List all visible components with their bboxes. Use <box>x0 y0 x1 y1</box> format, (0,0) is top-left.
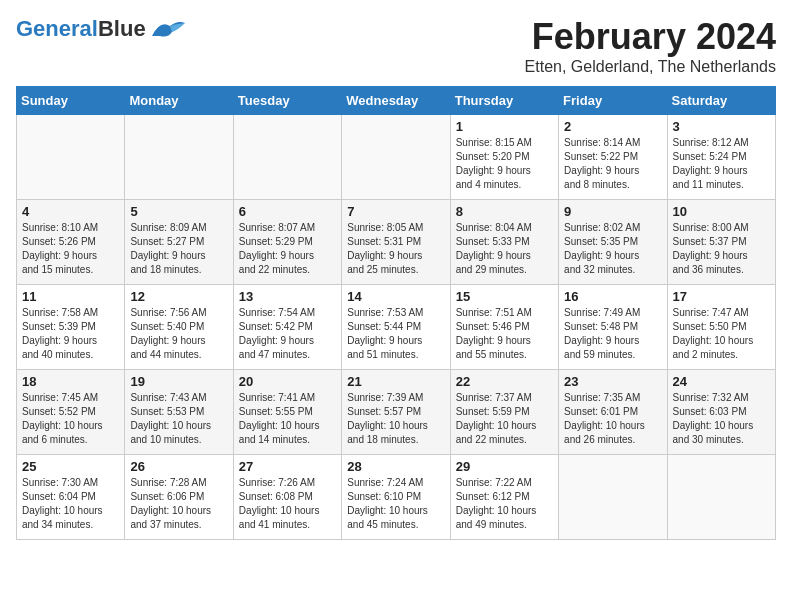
weekday-header: Monday <box>125 87 233 115</box>
day-number: 1 <box>456 119 553 134</box>
calendar-cell: 5Sunrise: 8:09 AM Sunset: 5:27 PM Daylig… <box>125 200 233 285</box>
day-info: Sunrise: 8:02 AM Sunset: 5:35 PM Dayligh… <box>564 221 661 277</box>
calendar-cell: 6Sunrise: 8:07 AM Sunset: 5:29 PM Daylig… <box>233 200 341 285</box>
calendar-cell: 9Sunrise: 8:02 AM Sunset: 5:35 PM Daylig… <box>559 200 667 285</box>
day-info: Sunrise: 7:32 AM Sunset: 6:03 PM Dayligh… <box>673 391 770 447</box>
day-info: Sunrise: 7:49 AM Sunset: 5:48 PM Dayligh… <box>564 306 661 362</box>
calendar-cell: 7Sunrise: 8:05 AM Sunset: 5:31 PM Daylig… <box>342 200 450 285</box>
calendar-cell: 19Sunrise: 7:43 AM Sunset: 5:53 PM Dayli… <box>125 370 233 455</box>
day-info: Sunrise: 7:30 AM Sunset: 6:04 PM Dayligh… <box>22 476 119 532</box>
day-number: 7 <box>347 204 444 219</box>
calendar-cell: 18Sunrise: 7:45 AM Sunset: 5:52 PM Dayli… <box>17 370 125 455</box>
day-number: 10 <box>673 204 770 219</box>
day-info: Sunrise: 7:43 AM Sunset: 5:53 PM Dayligh… <box>130 391 227 447</box>
day-info: Sunrise: 7:37 AM Sunset: 5:59 PM Dayligh… <box>456 391 553 447</box>
calendar-cell: 24Sunrise: 7:32 AM Sunset: 6:03 PM Dayli… <box>667 370 775 455</box>
day-info: Sunrise: 8:10 AM Sunset: 5:26 PM Dayligh… <box>22 221 119 277</box>
location-title: Etten, Gelderland, The Netherlands <box>525 58 776 76</box>
calendar-cell: 21Sunrise: 7:39 AM Sunset: 5:57 PM Dayli… <box>342 370 450 455</box>
calendar-cell: 13Sunrise: 7:54 AM Sunset: 5:42 PM Dayli… <box>233 285 341 370</box>
day-number: 6 <box>239 204 336 219</box>
weekday-header-row: SundayMondayTuesdayWednesdayThursdayFrid… <box>17 87 776 115</box>
calendar-cell: 20Sunrise: 7:41 AM Sunset: 5:55 PM Dayli… <box>233 370 341 455</box>
calendar-week-row: 11Sunrise: 7:58 AM Sunset: 5:39 PM Dayli… <box>17 285 776 370</box>
calendar-cell: 15Sunrise: 7:51 AM Sunset: 5:46 PM Dayli… <box>450 285 558 370</box>
weekday-header: Sunday <box>17 87 125 115</box>
day-number: 23 <box>564 374 661 389</box>
calendar-cell <box>233 115 341 200</box>
calendar-cell: 25Sunrise: 7:30 AM Sunset: 6:04 PM Dayli… <box>17 455 125 540</box>
day-number: 3 <box>673 119 770 134</box>
day-number: 21 <box>347 374 444 389</box>
day-number: 18 <box>22 374 119 389</box>
day-info: Sunrise: 8:12 AM Sunset: 5:24 PM Dayligh… <box>673 136 770 192</box>
logo: GeneralBlue <box>16 16 186 42</box>
day-number: 16 <box>564 289 661 304</box>
calendar-cell: 28Sunrise: 7:24 AM Sunset: 6:10 PM Dayli… <box>342 455 450 540</box>
day-number: 29 <box>456 459 553 474</box>
weekday-header: Wednesday <box>342 87 450 115</box>
calendar-cell: 1Sunrise: 8:15 AM Sunset: 5:20 PM Daylig… <box>450 115 558 200</box>
day-number: 12 <box>130 289 227 304</box>
day-number: 26 <box>130 459 227 474</box>
weekday-header: Friday <box>559 87 667 115</box>
day-info: Sunrise: 7:45 AM Sunset: 5:52 PM Dayligh… <box>22 391 119 447</box>
calendar-cell: 23Sunrise: 7:35 AM Sunset: 6:01 PM Dayli… <box>559 370 667 455</box>
day-number: 8 <box>456 204 553 219</box>
day-info: Sunrise: 7:47 AM Sunset: 5:50 PM Dayligh… <box>673 306 770 362</box>
day-info: Sunrise: 8:07 AM Sunset: 5:29 PM Dayligh… <box>239 221 336 277</box>
day-number: 19 <box>130 374 227 389</box>
day-info: Sunrise: 7:51 AM Sunset: 5:46 PM Dayligh… <box>456 306 553 362</box>
calendar-cell: 26Sunrise: 7:28 AM Sunset: 6:06 PM Dayli… <box>125 455 233 540</box>
day-info: Sunrise: 7:53 AM Sunset: 5:44 PM Dayligh… <box>347 306 444 362</box>
calendar-cell <box>667 455 775 540</box>
calendar-cell: 8Sunrise: 8:04 AM Sunset: 5:33 PM Daylig… <box>450 200 558 285</box>
calendar-week-row: 18Sunrise: 7:45 AM Sunset: 5:52 PM Dayli… <box>17 370 776 455</box>
day-info: Sunrise: 8:04 AM Sunset: 5:33 PM Dayligh… <box>456 221 553 277</box>
weekday-header: Tuesday <box>233 87 341 115</box>
calendar-cell <box>559 455 667 540</box>
calendar-cell <box>342 115 450 200</box>
calendar-week-row: 1Sunrise: 8:15 AM Sunset: 5:20 PM Daylig… <box>17 115 776 200</box>
weekday-header: Thursday <box>450 87 558 115</box>
day-number: 15 <box>456 289 553 304</box>
calendar-cell: 10Sunrise: 8:00 AM Sunset: 5:37 PM Dayli… <box>667 200 775 285</box>
day-info: Sunrise: 8:00 AM Sunset: 5:37 PM Dayligh… <box>673 221 770 277</box>
calendar-cell: 17Sunrise: 7:47 AM Sunset: 5:50 PM Dayli… <box>667 285 775 370</box>
header: GeneralBlue February 2024 Etten, Gelderl… <box>16 16 776 76</box>
day-info: Sunrise: 7:54 AM Sunset: 5:42 PM Dayligh… <box>239 306 336 362</box>
day-number: 4 <box>22 204 119 219</box>
day-number: 13 <box>239 289 336 304</box>
day-number: 17 <box>673 289 770 304</box>
day-number: 22 <box>456 374 553 389</box>
calendar-cell <box>17 115 125 200</box>
day-info: Sunrise: 7:22 AM Sunset: 6:12 PM Dayligh… <box>456 476 553 532</box>
day-number: 24 <box>673 374 770 389</box>
day-number: 2 <box>564 119 661 134</box>
day-info: Sunrise: 8:05 AM Sunset: 5:31 PM Dayligh… <box>347 221 444 277</box>
calendar-cell: 29Sunrise: 7:22 AM Sunset: 6:12 PM Dayli… <box>450 455 558 540</box>
calendar-cell: 12Sunrise: 7:56 AM Sunset: 5:40 PM Dayli… <box>125 285 233 370</box>
day-number: 25 <box>22 459 119 474</box>
day-number: 20 <box>239 374 336 389</box>
day-info: Sunrise: 7:28 AM Sunset: 6:06 PM Dayligh… <box>130 476 227 532</box>
day-info: Sunrise: 7:58 AM Sunset: 5:39 PM Dayligh… <box>22 306 119 362</box>
day-number: 28 <box>347 459 444 474</box>
day-info: Sunrise: 7:56 AM Sunset: 5:40 PM Dayligh… <box>130 306 227 362</box>
weekday-header: Saturday <box>667 87 775 115</box>
logo-bird-icon <box>150 18 186 40</box>
calendar-cell <box>125 115 233 200</box>
calendar-week-row: 25Sunrise: 7:30 AM Sunset: 6:04 PM Dayli… <box>17 455 776 540</box>
day-number: 14 <box>347 289 444 304</box>
title-area: February 2024 Etten, Gelderland, The Net… <box>525 16 776 76</box>
day-info: Sunrise: 8:15 AM Sunset: 5:20 PM Dayligh… <box>456 136 553 192</box>
calendar-cell: 3Sunrise: 8:12 AM Sunset: 5:24 PM Daylig… <box>667 115 775 200</box>
calendar-cell: 4Sunrise: 8:10 AM Sunset: 5:26 PM Daylig… <box>17 200 125 285</box>
day-number: 5 <box>130 204 227 219</box>
day-info: Sunrise: 8:09 AM Sunset: 5:27 PM Dayligh… <box>130 221 227 277</box>
day-info: Sunrise: 7:26 AM Sunset: 6:08 PM Dayligh… <box>239 476 336 532</box>
day-info: Sunrise: 7:39 AM Sunset: 5:57 PM Dayligh… <box>347 391 444 447</box>
day-info: Sunrise: 7:35 AM Sunset: 6:01 PM Dayligh… <box>564 391 661 447</box>
day-info: Sunrise: 8:14 AM Sunset: 5:22 PM Dayligh… <box>564 136 661 192</box>
day-info: Sunrise: 7:24 AM Sunset: 6:10 PM Dayligh… <box>347 476 444 532</box>
